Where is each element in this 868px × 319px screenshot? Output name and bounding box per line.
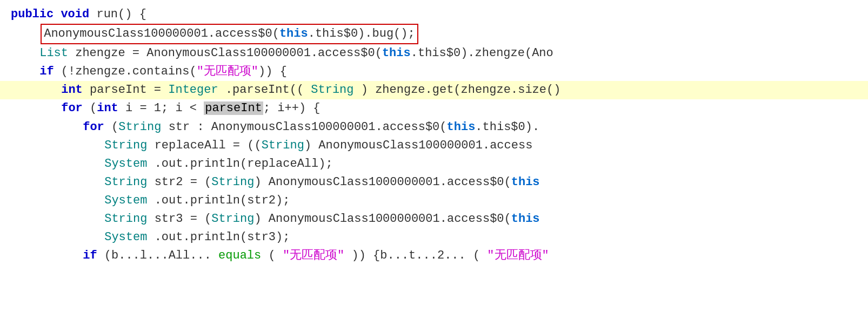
keyword-if: if: [39, 65, 54, 78]
keyword-void: void: [61, 8, 89, 21]
highlighted-box: AnonymousClass100000001.access$0(this.th…: [41, 24, 418, 44]
code-line-13: System .out.println(str3);: [11, 228, 857, 247]
keyword-public: public: [11, 8, 54, 21]
code-line-10: String str2 = (String) AnonymousClass100…: [11, 173, 857, 192]
code-line-9: System .out.println(replaceAll);: [11, 155, 857, 173]
keyword-for2: for: [83, 120, 104, 134]
code-line-11: System .out.println(str2);: [11, 192, 857, 210]
parseInt-highlight: parseInt: [204, 101, 263, 115]
keyword-if2: if: [83, 249, 97, 262]
code-line-8: String replaceAll = ((String) AnonymousC…: [11, 137, 857, 155]
code-line-1: public void run() {: [11, 5, 857, 24]
code-line-6: for (int i = 1; i < parseInt; i++) {: [11, 99, 857, 118]
code-viewer: public void run() { AnonymousClass100000…: [0, 0, 868, 319]
code-line-7: for (String str : AnonymousClass10000000…: [11, 118, 857, 137]
keyword-int: int: [61, 83, 83, 97]
code-line-5-highlighted: int parseInt = Integer .parseInt(( Strin…: [0, 81, 868, 99]
keyword-int2: int: [97, 101, 118, 115]
code-line-4: if (!zhengze.contains("无匹配项")) {: [11, 63, 857, 81]
code-line-12: String str3 = (String) AnonymousClass100…: [11, 210, 857, 228]
code-line-3: List zhengze = AnonymousClass100000001.a…: [11, 44, 857, 63]
code-line-14: if (b...l...All... equals ( "无匹配项" )) {b…: [11, 247, 857, 265]
code-line-2: AnonymousClass100000001.access$0(this.th…: [11, 24, 857, 44]
keyword-for: for: [61, 101, 83, 115]
